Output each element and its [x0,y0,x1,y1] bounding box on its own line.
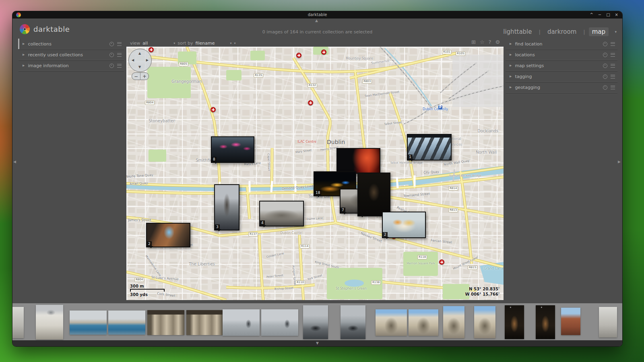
map-place-label: Grand Canal Dock [484,267,504,270]
view-filter-dropdown[interactable]: all [142,41,148,46]
zoom-in-button[interactable]: + [140,73,149,80]
geo-marker-icon[interactable] [149,47,154,52]
menu-icon[interactable] [117,64,122,68]
expander-icon: ▶ [510,86,512,89]
collapse-right-arrow[interactable]: ▶ [618,160,621,164]
thumb-street-scene-1[interactable] [223,309,260,336]
expander-icon: ▶ [510,75,512,78]
presets-icon[interactable] [109,42,114,46]
menu-icon[interactable] [611,53,615,57]
sort-direction-icon[interactable]: ▾ [234,41,235,45]
cathedral-long-photo[interactable]: 4 [259,201,304,226]
presets-icon[interactable] [109,53,114,57]
presets-icon[interactable] [603,53,607,57]
map-place-label: James's Street [128,219,151,222]
thumb-museum-arch-1[interactable] [376,309,407,336]
preferences-gear-icon[interactable]: ⚙ [495,39,500,45]
thumb-dark-interior-1[interactable] [505,305,524,339]
menu-icon[interactable] [611,75,615,78]
window-maximize-button[interactable]: □ [606,13,610,17]
grouping-icon[interactable]: ⊞ [471,39,476,45]
map-pan-control[interactable]: ▲ ▼ ◀ ▶ [128,49,152,72]
panel-section-header[interactable]: ▶ find location [506,39,617,49]
panel-section-header[interactable]: ▶ locations [506,49,617,60]
roof-beams-photo[interactable]: 1 [407,134,452,160]
menu-icon[interactable] [117,42,122,46]
parking-icon: P [438,105,442,109]
presets-icon[interactable] [603,42,607,46]
panel-section-header[interactable]: ▶ collections [19,39,124,49]
menu-icon[interactable] [611,64,615,68]
thumb-white-building-edge[interactable] [12,307,24,338]
chevron-down-icon[interactable]: ▾ [173,41,175,45]
geo-marker-icon[interactable] [439,259,444,265]
zoom-out-button[interactable]: − [132,73,140,80]
thumb-station-facade-2[interactable] [186,310,223,335]
pan-right-icon[interactable]: ▶ [146,59,149,62]
night-venue-photo[interactable]: 8 [211,136,254,163]
brick-building-photo[interactable]: 2 [146,223,190,247]
presets-icon[interactable] [109,64,114,68]
road-ref-badge: R138 [371,280,381,285]
food-plate-photo[interactable]: 2 [382,212,426,238]
geo-marker-icon[interactable] [321,49,326,55]
collapse-left-arrow[interactable]: ◀ [13,160,16,164]
pan-up-icon[interactable]: ▲ [138,52,141,55]
panel-section-header[interactable]: ▶ map settings [506,60,617,71]
panel-section-header[interactable]: ▶ tagging [506,71,617,82]
menu-icon[interactable] [117,53,122,57]
map-place-label: The Liberties [189,262,215,266]
thumb-canal-boats-2[interactable] [108,311,145,335]
view-label: view [130,41,140,46]
sort-dropdown[interactable]: filename [196,41,215,46]
collapse-top-arrow[interactable]: ▲ [315,19,318,23]
thumb-street-car-2[interactable] [341,305,365,339]
thumb-dark-interior-2[interactable] [536,305,555,339]
thumb-street-car-1[interactable] [303,305,328,339]
scale-bar [130,289,165,292]
photo-count-badge: 3 [215,224,220,230]
panel-section-header[interactable]: ▶ recently used collections [19,49,124,60]
road-ref-badge: R804 [134,278,144,282]
menu-icon[interactable] [611,86,615,89]
mode-tab-lighttable[interactable]: lighttable [500,27,535,36]
mode-tab-darkroom[interactable]: darkroom [544,27,580,36]
map-canvas[interactable]: GrangegormanStoneybatterSmithfieldDublin… [126,47,504,300]
overlays-star-icon[interactable]: ☆ [480,39,485,45]
presets-icon[interactable] [603,85,607,90]
thumb-white-partial[interactable] [599,307,617,337]
dark-statue-photo[interactable] [357,173,390,216]
pan-left-icon[interactable]: ◀ [132,59,134,62]
chevron-down-icon[interactable]: ▾ [230,41,231,45]
thumb-canal-boats-1[interactable] [70,311,107,335]
sort-by-label: sort by [178,41,193,46]
chevron-down-icon[interactable]: ▾ [615,30,617,34]
window-close-button[interactable]: × [615,13,618,17]
road-ref-badge: R101 [442,50,452,54]
thumb-museum-arch-4[interactable] [474,306,495,338]
road-ref-badge: R804 [145,101,155,105]
menu-icon[interactable] [611,42,615,46]
pan-down-icon[interactable]: ▼ [138,66,141,69]
geo-marker-icon[interactable] [211,107,216,112]
mode-tab-map[interactable]: map [589,27,609,36]
help-icon[interactable]: ? [489,39,491,45]
panel-section-header[interactable]: ▶ image information [19,60,124,71]
geo-marker-icon[interactable] [296,53,301,58]
thumb-station-facade-1[interactable] [147,310,184,335]
presets-icon[interactable] [603,64,607,68]
thumb-museum-arch-2[interactable] [409,309,438,336]
window-minimize-button[interactable]: − [598,13,601,17]
thumb-street-scene-2[interactable] [261,309,298,336]
thumb-mural-building[interactable] [36,305,63,339]
thumb-museum-arch-3[interactable] [443,306,464,338]
presets-icon[interactable] [603,74,607,79]
panel-section-header[interactable]: ▶ geotagging [506,82,617,93]
window-shade-button[interactable]: ^ [590,13,593,17]
collapse-bottom-arrow[interactable]: ▼ [316,341,319,345]
thumb-brick-partial[interactable] [561,308,580,335]
geo-marker-icon[interactable] [308,100,313,105]
church-spire-photo[interactable]: 3 [214,184,239,230]
night-street-red-photo[interactable] [336,148,380,174]
map-place-label: Capel Street [267,153,270,171]
